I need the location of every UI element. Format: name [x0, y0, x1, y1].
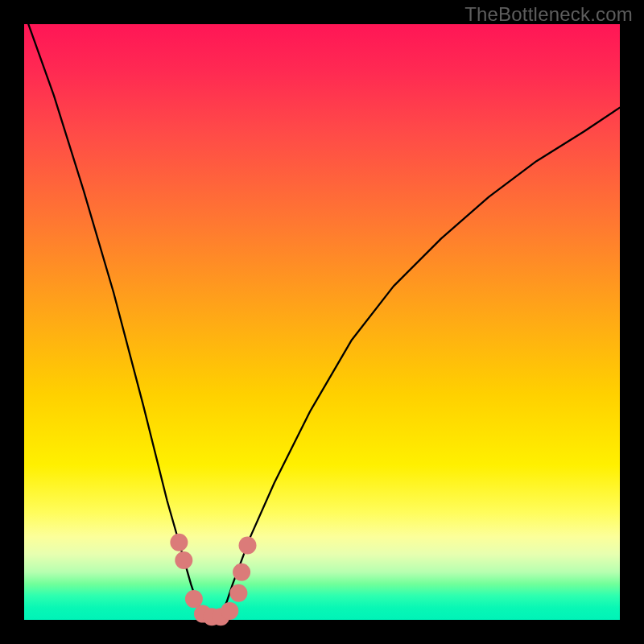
bottleneck-curve: [24, 12, 620, 620]
marker-trough-rt: [221, 602, 238, 620]
marker-left-mid: [175, 551, 192, 569]
watermark-text: TheBottleneck.com: [464, 3, 633, 26]
marker-elbow-right: [229, 584, 247, 602]
marker-elbow-left: [185, 590, 203, 608]
curve-layer: [24, 24, 620, 620]
marker-group: [170, 534, 256, 626]
bottleneck-curve-path: [24, 12, 620, 620]
plot-area: [24, 24, 620, 620]
chart-frame: TheBottleneck.com: [0, 0, 644, 644]
marker-right-mid: [233, 564, 250, 581]
marker-left-upper: [170, 534, 188, 551]
marker-right-upper: [239, 537, 257, 555]
